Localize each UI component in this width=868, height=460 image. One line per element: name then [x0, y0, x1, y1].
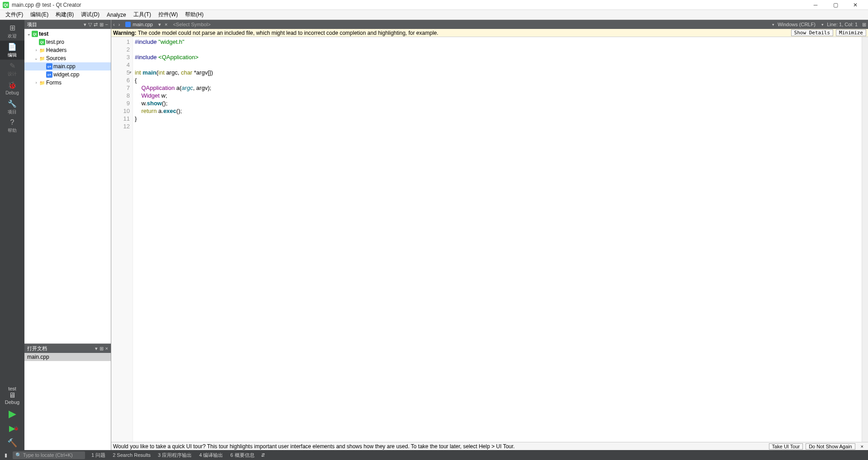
- panel-compile[interactable]: 4 编译输出: [195, 452, 227, 459]
- menu-build[interactable]: 构建(B): [52, 10, 77, 19]
- close-tour-icon[interactable]: ×: [858, 444, 866, 449]
- filter-icon[interactable]: ▽: [88, 22, 92, 28]
- editor-area: ‹ › main.cpp ▾ × <Select Symbol> ▾ Windo…: [111, 20, 868, 450]
- close-icon[interactable]: ×: [105, 346, 108, 351]
- line-gutter: 123456789101112: [111, 37, 133, 442]
- titlebar: Qt main.cpp @ test - Qt Creator ─ ▢ ✕: [0, 0, 868, 10]
- question-icon: ?: [10, 118, 14, 127]
- panel-issues[interactable]: 1 问题: [88, 452, 109, 459]
- dont-show-button[interactable]: Do Not Show Again: [806, 443, 855, 450]
- open-docs-pane: 打开文档 ▾ ⊞ × main.cpp: [24, 343, 111, 450]
- warning-bar: Warning: The code model could not parse …: [111, 29, 868, 37]
- open-docs-title: 打开文档: [27, 345, 93, 352]
- tab-dropdown-icon[interactable]: ▾: [157, 22, 163, 28]
- forward-icon[interactable]: ›: [117, 22, 122, 27]
- tree-item-widgetcpp[interactable]: c+widget.cpp: [24, 70, 111, 79]
- tree-item-headers[interactable]: ›📁Headers: [24, 46, 111, 54]
- dropdown-icon[interactable]: ▾: [95, 346, 98, 352]
- split-editor-icon[interactable]: ⊞: [860, 22, 868, 28]
- kit-selector[interactable]: test 🖥 Debug: [5, 384, 19, 407]
- tree-item-pro[interactable]: Qttest.pro: [24, 38, 111, 46]
- window-title: main.cpp @ test - Qt Creator: [12, 2, 81, 8]
- menu-tools[interactable]: 工具(T): [130, 10, 155, 19]
- tree-item-sources[interactable]: ⌄📁Sources: [24, 54, 111, 62]
- document-icon: 📄: [8, 42, 17, 51]
- wrench-icon: 🔧: [8, 99, 17, 108]
- locator-input[interactable]: 🔍 Type to locate (Ctrl+K): [13, 451, 85, 459]
- split-icon[interactable]: ⊞: [100, 22, 104, 28]
- panel-search[interactable]: 2 Search Results: [109, 452, 154, 458]
- back-icon[interactable]: ‹: [111, 22, 117, 27]
- panel-toggle-icon[interactable]: ⇵: [258, 450, 268, 460]
- open-docs-header: 打开文档 ▾ ⊞ ×: [24, 344, 111, 353]
- mode-welcome[interactable]: ⊞欢迎: [0, 22, 24, 41]
- project-tree[interactable]: ⌄Qttest Qttest.pro ›📁Headers ⌄📁Sources c…: [24, 29, 111, 343]
- symbol-selector[interactable]: <Select Symbol>: [169, 22, 214, 27]
- menu-file[interactable]: 文件(F): [2, 10, 27, 19]
- warning-text: The code model could not parse an includ…: [137, 30, 439, 36]
- tab-close-icon[interactable]: ×: [163, 22, 169, 27]
- menu-debug[interactable]: 调试(D): [77, 10, 103, 19]
- pencil-icon: ✎: [9, 61, 15, 70]
- open-docs-list[interactable]: main.cpp: [24, 353, 111, 450]
- tour-bar: Would you like to take a quick UI tour? …: [111, 442, 868, 450]
- run-button[interactable]: ▶: [0, 407, 24, 421]
- vertical-scrollbar[interactable]: [862, 37, 868, 442]
- tree-item-forms[interactable]: ›📁Forms: [24, 79, 111, 87]
- editor-tab[interactable]: main.cpp: [122, 20, 157, 29]
- project-pane-header: 项目 ▾ ▽ ⇄ ⊞ −: [24, 20, 111, 29]
- project-pane-title: 项目: [27, 21, 82, 28]
- minimize-button[interactable]: ─: [806, 0, 825, 10]
- build-button[interactable]: 🔨: [0, 436, 24, 450]
- run-debug-button[interactable]: ▶🐞: [0, 421, 24, 436]
- qt-logo: Qt: [3, 2, 9, 8]
- warning-label: Warning:: [113, 30, 137, 36]
- toggle-sidebar-icon[interactable]: ▮: [2, 450, 10, 460]
- menu-analyze[interactable]: Analyze: [103, 11, 130, 19]
- tree-item-root[interactable]: ⌄Qttest: [24, 30, 111, 38]
- code-editor[interactable]: 123456789101112 ▾ #include "widget.h" #i…: [111, 37, 868, 442]
- mode-help[interactable]: ?帮助: [0, 117, 24, 136]
- status-bar: ▮ 🔍 Type to locate (Ctrl+K) 1 问题 2 Searc…: [0, 450, 868, 460]
- tree-item-maincpp[interactable]: c+main.cpp: [24, 62, 111, 70]
- menu-edit[interactable]: 编辑(E): [27, 10, 52, 19]
- sync-icon[interactable]: ⇄: [94, 22, 98, 28]
- mode-project[interactable]: 🔧项目: [0, 98, 24, 117]
- mode-debug[interactable]: 🐞Debug: [0, 79, 24, 98]
- menubar: 文件(F) 编辑(E) 构建(B) 调试(D) Analyze 工具(T) 控件…: [0, 10, 868, 20]
- fold-icon[interactable]: ▾: [129, 69, 132, 76]
- panel-general[interactable]: 6 概要信息: [227, 452, 258, 459]
- dropdown-icon[interactable]: ▾: [84, 22, 86, 28]
- bug-icon: 🐞: [8, 81, 17, 89]
- tour-text: Would you like to take a quick UI tour? …: [113, 443, 766, 450]
- mode-bar: ⊞欢迎 📄编辑 ✎设计 🐞Debug 🔧项目 ?帮助 test 🖥 Debug …: [0, 20, 24, 450]
- cpp-icon: [125, 22, 131, 27]
- menu-widgets[interactable]: 控件(W): [155, 10, 181, 19]
- close-button[interactable]: ✕: [845, 0, 865, 10]
- editor-toolbar: ‹ › main.cpp ▾ × <Select Symbol> ▾ Windo…: [111, 20, 868, 29]
- collapse-icon[interactable]: −: [105, 22, 108, 27]
- cursor-position[interactable]: ▾ Line: 1, Col: 1: [818, 22, 860, 28]
- encoding-indicator[interactable]: ▾ Windows (CRLF): [769, 22, 818, 28]
- show-details-button[interactable]: Show Details: [791, 29, 833, 36]
- mode-design[interactable]: ✎设计: [0, 60, 24, 79]
- take-tour-button[interactable]: Take UI Tour: [769, 443, 803, 450]
- menu-help[interactable]: 帮助(H): [181, 10, 207, 19]
- open-doc-item[interactable]: main.cpp: [24, 353, 111, 361]
- maximize-button[interactable]: ▢: [825, 0, 845, 10]
- code-content[interactable]: #include "widget.h" #include <QApplicati…: [133, 37, 862, 442]
- mode-edit[interactable]: 📄编辑: [0, 41, 24, 60]
- left-pane: 项目 ▾ ▽ ⇄ ⊞ − ⌄Qttest Qttest.pro ›📁Header…: [24, 20, 111, 450]
- panel-appout[interactable]: 3 应用程序输出: [154, 452, 195, 459]
- split-icon[interactable]: ⊞: [100, 346, 104, 352]
- grid-icon: ⊞: [9, 23, 15, 32]
- minimize-warning-button[interactable]: Minimize: [836, 29, 866, 36]
